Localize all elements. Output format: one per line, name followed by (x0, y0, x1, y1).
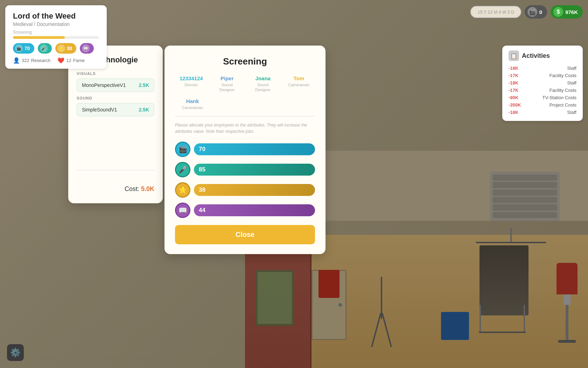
close-button[interactable]: Close (175, 225, 315, 244)
quality-value: 38 (67, 46, 72, 51)
activity-amount-2: -17K (509, 73, 518, 78)
quality-attr-value: 38 (199, 186, 205, 193)
activity-row-1: -18K Staff (509, 64, 576, 72)
activity-amount-3: -18K (509, 80, 518, 86)
progress-bar (13, 36, 99, 39)
activity-row-3: -18K Staff (509, 79, 576, 87)
sound-label: SOUND (77, 96, 154, 100)
activities-title: 📋 Activities (509, 50, 576, 61)
cost-label: Cost: (125, 185, 139, 192)
crew-name-2: Piper (211, 75, 244, 81)
crew-member-3[interactable]: Joana SoundDesigner (247, 75, 279, 93)
project-card: Lord of the Weed Medieval / Documentatio… (5, 5, 107, 69)
script-attr-bar: 44 (194, 204, 315, 216)
sound-attr-bar: 85 (194, 164, 315, 176)
activities-title-text: Activities (522, 52, 550, 60)
quality-icon: ⭐ (57, 45, 65, 52)
activity-label-1: Staff (567, 66, 576, 71)
top-bar: 15 Y 12 M 4 W 3 D 🎬 0 $ 976K (470, 5, 583, 19)
project-bottom-stats: 👤 322 Research ❤️ 12 Fame (13, 57, 99, 64)
screening-modal: Screening 12334124 Director Piper SoundD… (164, 46, 326, 254)
script-icon: 📖 (82, 45, 90, 52)
research-icon: 👤 (13, 57, 20, 64)
crew-role-4: Cameraman (283, 82, 315, 87)
crew-member-2[interactable]: Piper SoundDesigner (211, 75, 244, 93)
money-icon: $ (553, 7, 563, 17)
quality-attr-icon: ⭐ (175, 182, 190, 198)
activity-row-4: -17K Facility Costs (509, 87, 576, 94)
screening-title: Screening (175, 56, 315, 67)
sound-attr-value: 85 (199, 166, 205, 173)
film-attr-value: 70 (199, 146, 205, 153)
crew-member-4[interactable]: Tom Cameraman (283, 75, 315, 93)
research-label: Research (31, 58, 51, 63)
attr-sound: 🎤 85 (175, 162, 315, 177)
crew-grid: 12334124 Director Piper SoundDesigner Jo… (175, 75, 315, 93)
activity-label-4: Facility Costs (550, 88, 576, 93)
year-value: 15 (477, 9, 482, 15)
cost-row: Cost: 5.0K (125, 185, 154, 193)
crew-name-4: Tom (283, 75, 315, 81)
time-display: 15 Y 12 M 4 W 3 D (470, 6, 521, 18)
project-title: Lord of the Weed (13, 12, 99, 21)
film-attr-bar: 70 (194, 143, 315, 155)
research-stat: 👤 322 Research (13, 57, 50, 64)
attr-film: 🎬 70 (175, 142, 315, 157)
week-value: 4 (498, 9, 501, 15)
film-attr-icon: 🎬 (175, 142, 190, 157)
project-phase: Screening (13, 30, 99, 35)
research-value: 322 (22, 58, 29, 63)
script-attr-icon: 📖 (175, 203, 190, 218)
activity-row-2: -17K Facility Costs (509, 72, 576, 79)
progress-fill (13, 36, 65, 39)
screening-hint: Please allocate your employees to the at… (175, 122, 315, 135)
stat-quality: ⭐ 38 (55, 43, 77, 54)
coin-display: 🎬 0 (525, 5, 547, 19)
cost-value: 5.0K (141, 185, 154, 192)
crew-role-3: SoundDesigner (247, 82, 279, 93)
project-stats: 🎬 70 🎤 ⭐ 38 📖 (13, 43, 99, 54)
film-icon: 🎬 (15, 45, 23, 52)
visuals-option[interactable]: MonoPerspectiveV1 2.5K (77, 79, 154, 92)
tech-divider (77, 170, 154, 170)
activity-label-7: Staff (567, 110, 576, 115)
activity-amount-1: -18K (509, 66, 518, 71)
crew-name-1: 12334124 (175, 75, 208, 81)
visuals-label: VISUALS (77, 71, 154, 76)
coin-icon: 🎬 (527, 7, 537, 17)
money-display: $ 976K (551, 5, 583, 19)
fame-stat: ❤️ 12 Fame (57, 57, 85, 64)
stat-film: 🎬 70 (13, 43, 34, 54)
coin-value: 0 (539, 9, 542, 15)
activities-icon: 📋 (509, 50, 519, 61)
crew-role-2: SoundDesigner (211, 82, 244, 93)
crew-row-2: Hank Cameraman (175, 98, 315, 110)
quality-attr-bar: 38 (194, 184, 315, 196)
crew-role-1: Director (175, 82, 208, 87)
attr-script: 📖 44 (175, 203, 315, 218)
crew-role-5: Cameraman (175, 105, 210, 110)
sound-option-cost: 2.5K (139, 107, 149, 113)
activity-amount-5: -90K (509, 95, 518, 100)
sound-option[interactable]: SimpleSoundV1 2.5K (77, 103, 154, 116)
activity-row-5: -90K TV-Station Costs (509, 94, 576, 101)
sound-attr-icon: 🎤 (175, 162, 190, 177)
fame-label: Fame (73, 58, 85, 63)
film-value: 70 (24, 46, 30, 51)
project-subtitle: Medieval / Documentation (13, 21, 99, 27)
activity-row-7: -18K Staff (509, 109, 576, 116)
activity-amount-7: -18K (509, 110, 518, 115)
crew-member-1[interactable]: 12334124 Director (175, 75, 208, 93)
sound-option-name: SimpleSoundV1 (82, 107, 117, 113)
activity-label-6: Project Costs (550, 102, 576, 108)
crew-name-3: Joana (247, 75, 279, 81)
activities-panel: 📋 Activities -18K Staff -17K Facility Co… (502, 46, 583, 121)
activity-label-5: TV-Station Costs (542, 95, 576, 100)
stat-sound: 🎤 (38, 43, 52, 54)
sound-icon: 🎤 (40, 45, 48, 52)
visuals-option-name: MonoPerspectiveV1 (82, 82, 126, 88)
crew-member-5[interactable]: Hank Cameraman (175, 98, 210, 110)
technologie-modal: Technologie VISUALS MonoPerspectiveV1 2.… (68, 46, 163, 203)
attr-quality: ⭐ 38 (175, 182, 315, 198)
money-value: 976K (565, 9, 578, 15)
